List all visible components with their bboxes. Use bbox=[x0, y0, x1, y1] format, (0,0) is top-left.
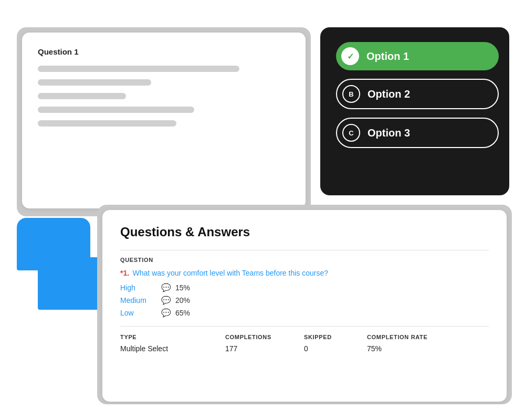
stats-header-completion-rate: COMPLETION RATE bbox=[367, 334, 451, 340]
qa-col-header: QUESTION bbox=[120, 257, 489, 263]
answer-pct-low: 65% bbox=[175, 309, 190, 317]
answer-pct-medium: 20% bbox=[175, 296, 190, 304]
stats-completion-rate: 75% bbox=[367, 344, 451, 353]
answer-rows: High 💬 15% Medium 💬 20% Low 💬 65% bbox=[120, 283, 489, 318]
option-3[interactable]: C Option 3 bbox=[336, 118, 499, 148]
answer-row-high: High 💬 15% bbox=[120, 283, 489, 292]
chat-icon-low: 💬 bbox=[161, 308, 171, 318]
qa-question-num: *1. bbox=[120, 269, 129, 277]
qa-question-link[interactable]: What was your comfort level with Teams b… bbox=[133, 269, 328, 277]
stats-header-row: TYPE COMPLETIONS SKIPPED COMPLETION RATE bbox=[120, 334, 489, 340]
answer-link-high[interactable]: High bbox=[120, 284, 157, 292]
answer-pct-high: 15% bbox=[175, 284, 190, 292]
answer-row-medium: Medium 💬 20% bbox=[120, 296, 489, 305]
option-1-check-icon: ✓ bbox=[341, 47, 359, 65]
question-line-1 bbox=[38, 66, 239, 72]
stats-completions: 177 bbox=[225, 344, 304, 353]
stats-header-skipped: SKIPPED bbox=[304, 334, 367, 340]
stats-header-completions: COMPLETIONS bbox=[225, 334, 304, 340]
answer-link-medium[interactable]: Medium bbox=[120, 296, 157, 304]
stats-header-type: TYPE bbox=[120, 334, 225, 340]
answer-row-low: Low 💬 65% bbox=[120, 308, 489, 318]
stats-type: Multiple Select bbox=[120, 344, 225, 353]
question-line-4 bbox=[38, 107, 194, 113]
question-line-3 bbox=[38, 93, 126, 99]
question-card-title: Question 1 bbox=[38, 47, 290, 56]
option-2-letter-icon: B bbox=[342, 85, 360, 103]
qa-divider-1 bbox=[120, 250, 489, 250]
option-1-label: Option 1 bbox=[366, 50, 409, 62]
answer-link-low[interactable]: Low bbox=[120, 309, 157, 317]
scene: Question 1 ✓ Option 1 B Option 2 C Optio… bbox=[0, 0, 525, 420]
chat-bubble-2 bbox=[38, 257, 106, 310]
qa-title: Questions & Answers bbox=[120, 225, 489, 239]
qa-card: Questions & Answers QUESTION *1. What wa… bbox=[102, 210, 507, 402]
qa-question-row: *1. What was your comfort level with Tea… bbox=[120, 268, 489, 278]
stats-divider bbox=[120, 326, 489, 327]
option-3-label: Option 3 bbox=[368, 127, 410, 139]
options-panel: ✓ Option 1 B Option 2 C Option 3 bbox=[326, 33, 509, 158]
option-2[interactable]: B Option 2 bbox=[336, 79, 499, 109]
stats-skipped: 0 bbox=[304, 344, 367, 353]
chat-icon-medium: 💬 bbox=[161, 296, 171, 305]
stats-data-row: Multiple Select 177 0 75% bbox=[120, 344, 489, 353]
option-2-label: Option 2 bbox=[368, 88, 410, 100]
question-line-5 bbox=[38, 120, 176, 127]
option-3-letter-icon: C bbox=[342, 124, 360, 142]
question-card: Question 1 bbox=[22, 33, 306, 208]
chat-icon-high: 💬 bbox=[161, 283, 171, 292]
option-1[interactable]: ✓ Option 1 bbox=[336, 42, 499, 70]
question-line-2 bbox=[38, 79, 151, 86]
